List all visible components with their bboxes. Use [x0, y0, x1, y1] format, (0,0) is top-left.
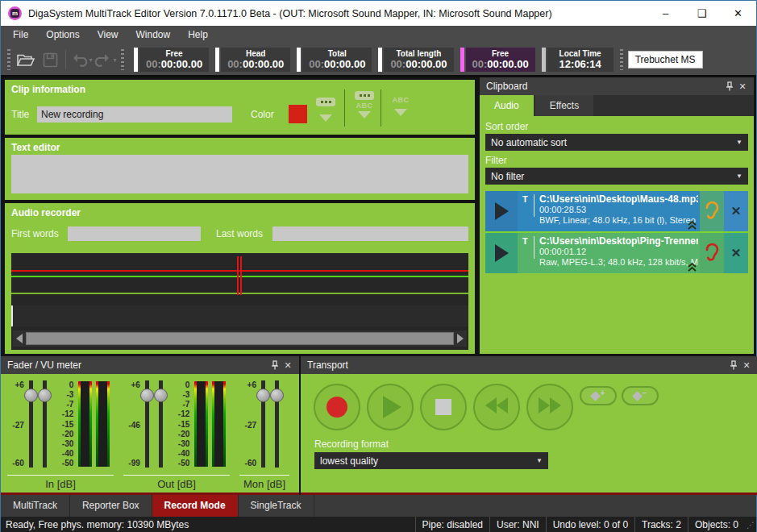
entry-info[interactable]: T C:\Users\nin\Desktop\Maus-48.mp3.wav 0… [518, 191, 700, 231]
undo-button[interactable]: ▾ [69, 48, 94, 71]
fader-slider[interactable] [141, 380, 152, 468]
close-panel-icon[interactable]: ✕ [281, 359, 294, 372]
color-swatch[interactable] [289, 105, 307, 123]
chevron-down-icon: ▼ [736, 139, 742, 146]
save-button[interactable] [38, 48, 62, 71]
collapse-chevron-icon[interactable] [687, 221, 697, 230]
text-editor-header: Text editor [5, 138, 475, 153]
fader-slider[interactable] [155, 380, 166, 468]
clipboard-entry[interactable]: T C:\Users\nin\Desktop\Ping-Trenner.MP3 … [485, 233, 748, 273]
folder-open-icon [16, 52, 35, 68]
waveform-display[interactable] [11, 253, 468, 350]
playback-cursor[interactable] [237, 256, 239, 295]
rewind-button[interactable] [473, 384, 520, 430]
prelisten-button[interactable] [700, 191, 724, 231]
tab-singletrack[interactable]: SingleTrack [239, 495, 314, 517]
scroll-left-button[interactable] [13, 330, 26, 347]
redo-button[interactable]: ▾ [94, 48, 118, 71]
tab-reporter-box[interactable]: Reporter Box [70, 495, 152, 517]
clipboard-header: Clipboard ✕ [480, 77, 754, 95]
status-bar: Ready, Free phys. memory: 10390 MBytes P… [1, 517, 756, 532]
fader-knob[interactable] [38, 389, 52, 402]
fader-knob[interactable] [24, 389, 38, 402]
sort-order-select[interactable]: No automatic sort▼ [485, 134, 748, 151]
recording-format-select[interactable]: lowest quality▼ [314, 452, 548, 469]
minimize-button[interactable]: – [647, 1, 684, 26]
close-button[interactable]: ✕ [720, 1, 756, 26]
fader-group-out: +6 -46 -99 0-3-7-12-15-20-30-40-50 [123, 380, 230, 490]
fader-slider[interactable] [271, 380, 282, 468]
prelisten-button[interactable] [700, 233, 724, 273]
clipboard-entry[interactable]: T C:\Users\nin\Desktop\Maus-48.mp3.wav 0… [485, 191, 748, 231]
menu-view[interactable]: View [89, 26, 127, 44]
toolbar-grip[interactable] [7, 49, 10, 70]
entry-info[interactable]: T C:\Users\nin\Desktop\Ping-Trenner.MP3 … [518, 233, 700, 273]
first-words-input[interactable] [68, 227, 201, 241]
redo-dropdown-icon[interactable]: ▾ [113, 56, 116, 64]
toolbar-grip[interactable] [121, 49, 124, 70]
fader-slider[interactable] [25, 380, 36, 468]
fader-knob[interactable] [140, 389, 154, 402]
scrollbar-thumb[interactable] [26, 332, 454, 345]
tab-effects[interactable]: Effects [535, 95, 593, 116]
pin-icon[interactable] [723, 80, 736, 93]
overview-strip[interactable] [11, 305, 468, 326]
filter-select[interactable]: No filter▼ [485, 168, 748, 185]
entry-play-button[interactable] [485, 191, 518, 231]
color-bar-text-dropdown-button[interactable]: ABC [350, 91, 379, 118]
play-icon [383, 396, 401, 418]
fader-knob[interactable] [256, 389, 270, 402]
maximize-button[interactable]: ❑ [684, 1, 720, 26]
collapse-chevron-icon[interactable] [687, 263, 697, 272]
scroll-right-button[interactable] [454, 330, 467, 347]
tab-record-mode[interactable]: Record Mode [152, 495, 239, 517]
pin-icon[interactable] [727, 359, 740, 372]
tab-audio[interactable]: Audio [480, 95, 534, 116]
marker-add-button[interactable]: + [580, 386, 617, 405]
fast-forward-button[interactable] [526, 384, 573, 430]
menu-help[interactable]: Help [179, 26, 217, 44]
record-button[interactable] [314, 384, 360, 430]
last-words-input[interactable] [272, 227, 468, 241]
sort-order-label: Sort order [485, 121, 748, 132]
close-panel-icon[interactable]: ✕ [736, 80, 749, 93]
fader-slider[interactable] [257, 380, 268, 468]
menu-options[interactable]: Options [37, 26, 88, 44]
pin-icon[interactable] [268, 359, 281, 372]
remove-entry-button[interactable]: ✕ [724, 233, 748, 273]
horizontal-scrollbar[interactable] [13, 330, 467, 347]
track-indicator: T [522, 235, 532, 272]
close-panel-icon[interactable]: ✕ [740, 359, 753, 372]
text-editor-area[interactable] [11, 155, 468, 193]
toolbar-grip[interactable] [620, 49, 623, 70]
entry-play-button[interactable] [485, 233, 518, 273]
menu-window[interactable]: Window [127, 26, 180, 44]
playback-cursor[interactable] [240, 256, 242, 295]
play-button[interactable] [367, 384, 414, 430]
record-icon [327, 397, 347, 418]
time-display-head: Head 00:00:00.00 [215, 48, 290, 72]
font-selector[interactable]: Trebuchet MS [628, 51, 703, 69]
clip-title-input[interactable] [37, 106, 232, 123]
menu-file[interactable]: File [4, 26, 37, 44]
tab-multitrack[interactable]: MultiTrack [1, 495, 70, 517]
clipboard-tabs: Audio Effects [480, 95, 754, 116]
fader-slider[interactable] [39, 380, 50, 468]
track-indicator: T [522, 193, 532, 230]
text-color-dropdown-button[interactable]: ABC [386, 96, 415, 116]
app-icon: m [8, 6, 22, 20]
stop-button[interactable] [420, 384, 467, 430]
remove-entry-button[interactable]: ✕ [724, 191, 748, 231]
toolbar-separator [65, 50, 66, 69]
arrow-left-icon [16, 334, 23, 343]
abc-label: ABC [393, 96, 410, 104]
fader-knob[interactable] [270, 389, 284, 402]
marker-remove-button[interactable]: − [622, 386, 659, 405]
open-file-button[interactable] [14, 48, 38, 71]
undo-dropdown-icon[interactable]: ▾ [89, 56, 92, 64]
fader-knob[interactable] [154, 389, 168, 402]
resize-grip[interactable]: ⋰ [745, 521, 756, 530]
color-bar-dropdown-button[interactable] [311, 98, 340, 122]
audio-recorder-header: Audio recorder [5, 203, 475, 218]
separator [381, 89, 381, 127]
